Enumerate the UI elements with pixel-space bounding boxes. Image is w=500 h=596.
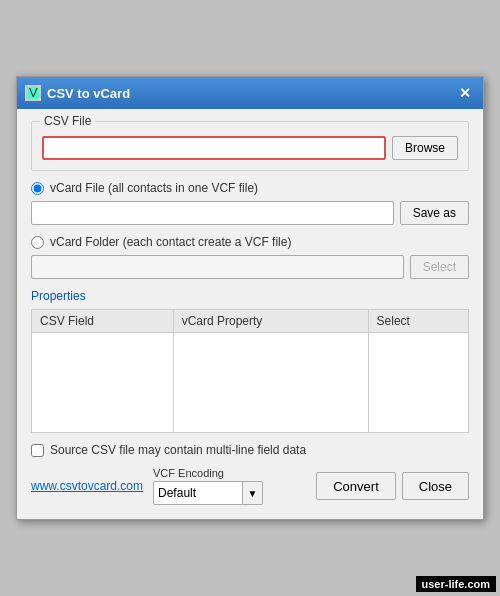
empty-cell-3: [368, 333, 468, 433]
vcard-folder-radio[interactable]: [31, 236, 44, 249]
vcard-folder-section: vCard Folder (each contact create a VCF …: [31, 235, 469, 279]
watermark: user-life.com: [416, 576, 496, 592]
properties-table-header-row: CSV Field vCard Property Select: [32, 310, 469, 333]
multiline-checkbox-row: Source CSV file may contain multi-line f…: [31, 443, 469, 457]
vcard-file-label: vCard File (all contacts in one VCF file…: [50, 181, 258, 195]
save-as-button[interactable]: Save as: [400, 201, 469, 225]
close-window-button[interactable]: ✕: [455, 83, 475, 103]
csv-file-group-label: CSV File: [40, 114, 95, 128]
multiline-checkbox[interactable]: [31, 444, 44, 457]
empty-cell-1: [32, 333, 174, 433]
vcard-folder-input-row: Select: [31, 255, 469, 279]
convert-button[interactable]: Convert: [316, 472, 396, 500]
csv-file-row: Browse: [42, 136, 458, 160]
bottom-section: Source CSV file may contain multi-line f…: [31, 443, 469, 505]
vcard-file-radio[interactable]: [31, 182, 44, 195]
main-window: V CSV to vCard ✕ CSV File Browse vCard F…: [16, 76, 484, 520]
properties-section: Properties CSV Field vCard Property Sele…: [31, 289, 469, 433]
encoding-select[interactable]: Default UTF-8 UTF-16 Windows-1252: [153, 481, 243, 505]
properties-table-head: CSV Field vCard Property Select: [32, 310, 469, 333]
col-csv-field: CSV Field: [32, 310, 174, 333]
vcard-file-section: vCard File (all contacts in one VCF file…: [31, 181, 469, 225]
vcard-folder-input: [31, 255, 404, 279]
encoding-label: VCF Encoding: [153, 467, 263, 479]
title-bar-left: V CSV to vCard: [25, 85, 130, 101]
properties-table: CSV Field vCard Property Select: [31, 309, 469, 433]
window-title: CSV to vCard: [47, 86, 130, 101]
vcard-folder-label: vCard Folder (each contact create a VCF …: [50, 235, 291, 249]
action-buttons: Convert Close: [316, 472, 469, 500]
title-bar: V CSV to vCard ✕: [17, 77, 483, 109]
col-vcard-property: vCard Property: [173, 310, 368, 333]
vcard-file-input[interactable]: [31, 201, 394, 225]
col-select: Select: [368, 310, 468, 333]
app-icon: V: [25, 85, 41, 101]
encoding-dropdown-arrow[interactable]: ▼: [243, 481, 263, 505]
vcard-file-radio-row: vCard File (all contacts in one VCF file…: [31, 181, 469, 195]
window-content: CSV File Browse vCard File (all contacts…: [17, 109, 483, 519]
vcard-file-input-row: Save as: [31, 201, 469, 225]
properties-table-body: [32, 333, 469, 433]
dialog-close-button[interactable]: Close: [402, 472, 469, 500]
vcard-folder-select-button[interactable]: Select: [410, 255, 469, 279]
bottom-controls: www.csvtovcard.com VCF Encoding Default …: [31, 467, 469, 505]
empty-cell-2: [173, 333, 368, 433]
website-link[interactable]: www.csvtovcard.com: [31, 479, 143, 493]
browse-button[interactable]: Browse: [392, 136, 458, 160]
properties-label: Properties: [31, 289, 469, 303]
csv-file-input[interactable]: [42, 136, 386, 160]
encoding-group: VCF Encoding Default UTF-8 UTF-16 Window…: [153, 467, 263, 505]
vcard-folder-radio-row: vCard Folder (each contact create a VCF …: [31, 235, 469, 249]
multiline-label: Source CSV file may contain multi-line f…: [50, 443, 306, 457]
properties-empty-row: [32, 333, 469, 433]
csv-file-group: CSV File Browse: [31, 121, 469, 171]
svg-text:V: V: [29, 86, 38, 100]
encoding-select-row: Default UTF-8 UTF-16 Windows-1252 ▼: [153, 481, 263, 505]
